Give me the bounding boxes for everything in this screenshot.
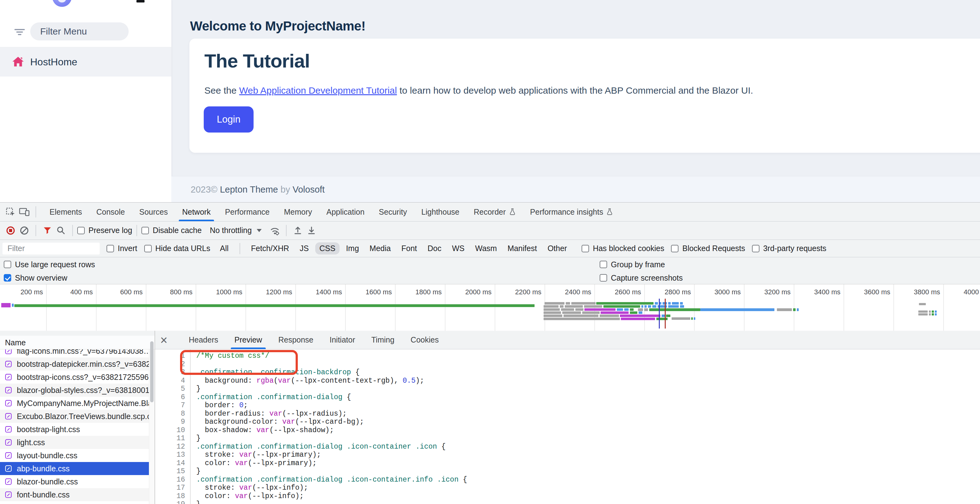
request-row-mycompanyname-myprojectn[interactable]: MyCompanyName.MyProjectName.Bla…: [0, 397, 149, 410]
request-row-flag-icons-min-css-v-63[interactable]: flag-icons.min.css?_v=63796143038…: [0, 349, 149, 357]
device-toolbar-icon[interactable]: [18, 205, 31, 219]
devtools-tab-performance-insights[interactable]: Performance insights: [523, 203, 620, 221]
request-row-blazor-bundle-css[interactable]: blazor-bundle.css: [0, 475, 149, 488]
detail-tab-preview[interactable]: Preview: [226, 331, 270, 349]
clear-network-log-icon[interactable]: [18, 224, 31, 238]
third-party-requests-checkbox[interactable]: [752, 245, 759, 252]
request-file-name: MyCompanyName.MyProjectName.Bla…: [17, 399, 149, 408]
network-filter-input[interactable]: [3, 242, 100, 255]
request-row-blazor-global-styles-css[interactable]: blazor-global-styles.css?_v=63818001…: [0, 384, 149, 397]
group-by-frame-checkbox[interactable]: [600, 261, 607, 268]
request-row-abp-bundle-css[interactable]: abp-bundle.css: [0, 462, 149, 475]
filter-type-font[interactable]: Font: [397, 242, 421, 255]
filter-type-doc[interactable]: Doc: [423, 242, 445, 255]
export-har-icon[interactable]: [305, 224, 318, 238]
devtools-tab-recorder[interactable]: Recorder: [467, 203, 523, 221]
request-row-bootstrap-light-css[interactable]: bootstrap-light.css: [0, 423, 149, 436]
throttling-value: No throttling: [210, 226, 252, 235]
waterfall-bar: [662, 315, 665, 317]
devtools-tab-console[interactable]: Console: [89, 203, 132, 221]
request-row-bootstrap-datepicker-min[interactable]: bootstrap-datepicker.min.css?_v=6382…: [0, 357, 149, 371]
filter-type-manifest[interactable]: Manifest: [503, 242, 541, 255]
group-by-frame-toggle[interactable]: Group by frame: [600, 260, 665, 269]
network-conditions-icon[interactable]: [268, 224, 282, 238]
devtools-tab-elements[interactable]: Elements: [42, 203, 89, 221]
hide-data-urls-checkbox[interactable]: [144, 245, 152, 252]
preserve-log-toggle[interactable]: Preserve log: [77, 226, 132, 235]
timeline-tick-label: 1600 ms: [342, 288, 392, 296]
hide-data-urls-toggle[interactable]: Hide data URLs: [144, 244, 210, 253]
filter-type-fetch-xhr[interactable]: Fetch/XHR: [247, 242, 293, 255]
show-overview-toggle[interactable]: Show overview: [4, 273, 67, 282]
has-blocked-cookies-toggle[interactable]: Has blocked cookies: [582, 244, 664, 253]
invert-checkbox[interactable]: [107, 245, 114, 252]
timeline-tick-label: 2200 ms: [492, 288, 541, 296]
code-token: var: [256, 426, 269, 434]
capture-screenshots-checkbox[interactable]: [600, 274, 607, 282]
code-token: var: [235, 492, 248, 500]
inspect-element-icon[interactable]: [4, 205, 18, 219]
line-number: 9: [160, 418, 185, 426]
disable-cache-checkbox[interactable]: [142, 227, 149, 234]
filter-funnel-icon[interactable]: [40, 224, 54, 238]
request-file-name: abp-bundle.css: [17, 464, 70, 473]
has-blocked-cookies-checkbox[interactable]: [582, 245, 589, 252]
timeline-tick-label: 2000 ms: [442, 288, 492, 296]
sidebar-item-hosthome[interactable]: HostHome: [0, 47, 171, 76]
import-har-icon[interactable]: [291, 224, 305, 238]
filter-type-js[interactable]: JS: [296, 242, 313, 255]
filter-type-media[interactable]: Media: [365, 242, 395, 255]
throttling-select[interactable]: No throttling: [210, 226, 262, 235]
detail-tab-cookies[interactable]: Cookies: [402, 331, 447, 349]
devtools-tab-application[interactable]: Application: [319, 203, 372, 221]
detail-tab-response[interactable]: Response: [270, 331, 321, 349]
request-row-font-bundle-css[interactable]: font-bundle.css: [0, 488, 149, 501]
detail-tab-timing[interactable]: Timing: [363, 331, 402, 349]
stylesheet-file-icon: [4, 464, 13, 472]
filter-type-img[interactable]: Img: [342, 242, 363, 255]
request-row-light-css[interactable]: light.css: [0, 436, 149, 449]
preserve-log-checkbox[interactable]: [77, 227, 85, 234]
capture-screenshots-toggle[interactable]: Capture screenshots: [600, 273, 683, 282]
show-overview-checkbox[interactable]: [4, 274, 11, 282]
network-toolbar: Preserve log Disable cache No throttling: [0, 221, 980, 240]
devtools-tab-performance[interactable]: Performance: [218, 203, 277, 221]
devtools-tab-lighthouse[interactable]: Lighthouse: [414, 203, 466, 221]
blocked-requests-checkbox[interactable]: [671, 245, 678, 252]
detail-tab-headers[interactable]: Headers: [181, 331, 226, 349]
line-number: 15: [160, 467, 185, 475]
timeline-tick-label: 3200 ms: [741, 288, 791, 296]
requests-scrollbar[interactable]: [149, 349, 154, 504]
filter-menu-input[interactable]: [30, 22, 129, 40]
devtools-tab-security[interactable]: Security: [372, 203, 414, 221]
devtools-tab-sources[interactable]: Sources: [132, 203, 175, 221]
detail-tab-initiator[interactable]: Initiator: [321, 331, 363, 349]
disable-cache-toggle[interactable]: Disable cache: [142, 226, 202, 235]
requests-name-column-header[interactable]: Name: [0, 336, 155, 349]
code-token: (--lpx-content-text-rgb),: [291, 377, 403, 385]
request-row-bootstrap-icons-css-v-6[interactable]: bootstrap-icons.css?_v=63821725596…: [0, 371, 149, 384]
filter-type-other[interactable]: Other: [544, 242, 571, 255]
blocked-requests-toggle[interactable]: Blocked Requests: [671, 244, 745, 253]
use-large-request-rows-checkbox[interactable]: [4, 261, 11, 268]
filter-type-all[interactable]: All: [216, 242, 233, 255]
network-overview-timeline[interactable]: 200 ms400 ms600 ms800 ms1000 ms1200 ms14…: [0, 284, 980, 331]
request-row-excubo-blazor-treeviews-[interactable]: Excubo.Blazor.TreeViews.bundle.scp.css: [0, 410, 149, 423]
devtools-tab-memory[interactable]: Memory: [277, 203, 319, 221]
stylesheet-file-icon: [4, 399, 13, 407]
close-icon[interactable]: ×: [155, 331, 173, 349]
login-button[interactable]: Login: [204, 106, 254, 133]
scrollbar-thumb[interactable]: [150, 341, 154, 402]
filter-type-css[interactable]: CSS: [315, 242, 339, 255]
stylesheet-file-icon: [4, 349, 13, 355]
tutorial-link[interactable]: Web Application Development Tutorial: [239, 85, 397, 95]
record-network-log-icon[interactable]: [4, 224, 18, 238]
third-party-requests-toggle[interactable]: 3rd-party requests: [752, 244, 826, 253]
invert-toggle[interactable]: Invert: [107, 244, 137, 253]
filter-type-ws[interactable]: WS: [448, 242, 469, 255]
filter-type-wasm[interactable]: Wasm: [471, 242, 501, 255]
devtools-tab-network[interactable]: Network: [175, 203, 218, 221]
use-large-request-rows-toggle[interactable]: Use large request rows: [4, 260, 95, 269]
search-icon[interactable]: [54, 224, 68, 238]
request-row-layout-bundle-css[interactable]: layout-bundle.css: [0, 449, 149, 462]
